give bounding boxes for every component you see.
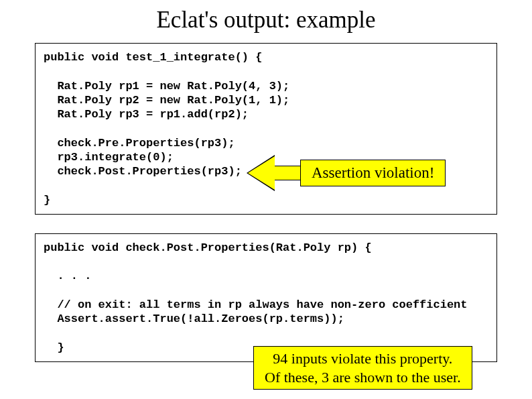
code-line: check.Post.Properties(rp3);: [44, 165, 242, 178]
slide-title: Eclat's output: example: [0, 7, 532, 34]
code-line: Assert.assert.True(!all.Zeroes(rp.terms)…: [44, 312, 344, 325]
callout2-line2: Of these, 3 are shown to the user.: [265, 368, 461, 387]
callout-text: Assertion violation!: [300, 160, 446, 186]
code-line: Rat.Poly rp3 = rp1.add(rp2);: [44, 108, 249, 121]
arrow-left-icon: [248, 156, 300, 190]
code-check: public void check.Post.Properties(Rat.Po…: [44, 241, 488, 355]
code-line: check.Pre.Properties(rp3);: [44, 137, 235, 150]
inputs-violate-callout: 94 inputs violate this property. Of thes…: [253, 346, 472, 390]
code-line: public void check.Post.Properties(Rat.Po…: [44, 241, 372, 254]
code-line: public void test_1_integrate() {: [44, 51, 262, 64]
code-line: Rat.Poly rp2 = new Rat.Poly(1, 1);: [44, 94, 289, 107]
assertion-violation-callout: Assertion violation!: [248, 153, 516, 193]
code-line: Rat.Poly rp1 = new Rat.Poly(4, 3);: [44, 80, 289, 93]
code-line: }: [44, 341, 64, 354]
callout2-line1: 94 inputs violate this property.: [265, 349, 461, 368]
code-box-check: public void check.Post.Properties(Rat.Po…: [35, 233, 497, 362]
code-line: . . .: [44, 270, 91, 282]
code-line: // on exit: all terms in rp always have …: [44, 298, 468, 311]
code-line: rp3.integrate(0);: [44, 151, 174, 164]
code-line: }: [44, 194, 50, 207]
